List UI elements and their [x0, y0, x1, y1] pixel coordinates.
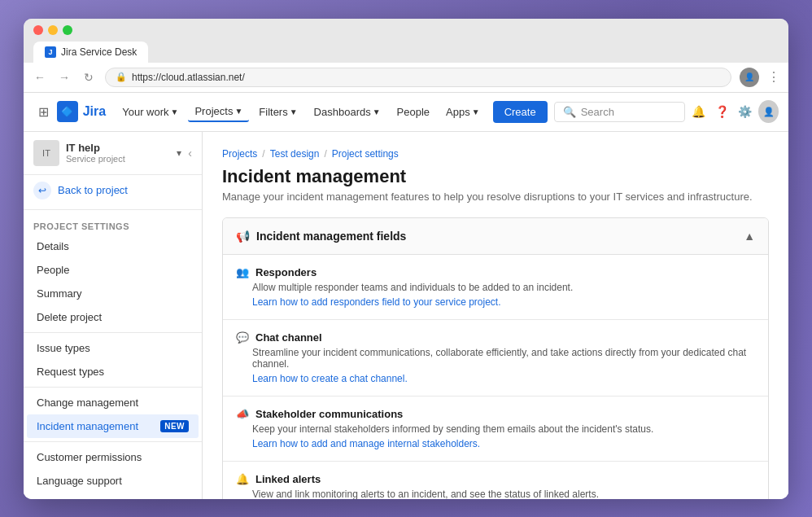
breadcrumb-test-design-link[interactable]: Test design	[270, 148, 320, 160]
address-field[interactable]: 🔒 https://cloud.atlassian.net/	[105, 68, 731, 87]
lock-icon: 🔒	[116, 72, 127, 82]
address-bar-row: ← → ↻ 🔒 https://cloud.atlassian.net/ 👤 ⋮	[24, 63, 788, 93]
stakeholder-link[interactable]: Learn how to add and manage internal sta…	[236, 438, 755, 449]
minimize-button[interactable]	[48, 25, 58, 35]
project-info: IT help Service project	[66, 142, 170, 164]
top-nav: ⊞ 🔷 Jira Your work ▼ Projects ▼ Filters …	[24, 93, 788, 132]
sidebar-item-request-types[interactable]: Request types	[27, 360, 199, 383]
maximize-button[interactable]	[63, 25, 72, 35]
sidebar-item-issue-types[interactable]: Issue types	[27, 336, 199, 360]
back-icon: ↩	[33, 182, 51, 199]
sidebar-divider	[24, 209, 202, 210]
chat-channel-header: 💬 Chat channel	[236, 331, 755, 344]
chat-icon: 💬	[236, 331, 249, 344]
user-avatar[interactable]: 👤	[740, 68, 759, 87]
page-title: Incident management	[222, 166, 769, 187]
project-name: IT help	[66, 142, 170, 154]
card-header-title: Incident management fields	[256, 230, 406, 243]
stakeholder-title: Stakeholder communications	[255, 408, 403, 420]
linked-alerts-desc: View and link monitoring alerts to an in…	[236, 489, 755, 499]
forward-button[interactable]: →	[56, 69, 72, 85]
responders-header: 👥 Responders	[236, 266, 755, 278]
sidebar-item-summary[interactable]: Summary	[27, 282, 199, 305]
collapse-sidebar-button[interactable]: ‹	[188, 147, 192, 160]
responders-title: Responders	[255, 266, 317, 278]
jira-icon: 🔷	[57, 101, 78, 122]
browser-tab[interactable]: J Jira Service Desk	[33, 42, 148, 63]
window-controls	[33, 25, 779, 35]
search-box[interactable]: 🔍 Search	[554, 102, 685, 122]
responders-section: 👥 Responders Allow multiple responder te…	[223, 255, 768, 320]
breadcrumb-project-settings-link[interactable]: Project settings	[332, 148, 399, 160]
grid-icon[interactable]: ⊞	[33, 100, 54, 123]
chat-channel-title: Chat channel	[255, 331, 322, 344]
more-options-button[interactable]: ⋮	[767, 69, 780, 85]
sidebar-item-change-management[interactable]: Change management	[27, 391, 199, 414]
stakeholder-desc: Keep your internal stakeholders informed…	[236, 423, 755, 435]
help-button[interactable]: ❓	[712, 100, 732, 123]
linked-alerts-section: 🔔 Linked alerts View and link monitoring…	[223, 462, 768, 499]
app-content: ⊞ 🔷 Jira Your work ▼ Projects ▼ Filters …	[24, 93, 788, 499]
content-area: Projects / Test design / Project setting…	[203, 132, 788, 499]
nav-people[interactable]: People	[391, 103, 436, 121]
responders-link[interactable]: Learn how to add responders field to you…	[236, 296, 755, 308]
sidebar-item-language-support[interactable]: Language support	[27, 469, 199, 493]
search-placeholder: Search	[581, 106, 614, 118]
nav-apps[interactable]: Apps ▼	[439, 103, 487, 121]
create-button[interactable]: Create	[493, 101, 548, 123]
chat-channel-link[interactable]: Learn how to create a chat channel.	[236, 373, 755, 384]
breadcrumb-sep-2: /	[324, 148, 326, 160]
back-label: Back to project	[58, 184, 128, 196]
sidebar-divider-4	[24, 441, 202, 442]
close-button[interactable]	[33, 25, 43, 35]
stakeholder-header: 📣 Stakeholder communications	[236, 408, 755, 420]
sidebar-item-people[interactable]: People	[27, 258, 199, 282]
sidebar-item-details[interactable]: Details	[27, 234, 199, 258]
chevron-down-icon: ▼	[373, 107, 381, 116]
settings-button[interactable]: ⚙️	[736, 100, 756, 123]
nav-your-work[interactable]: Your work ▼	[116, 103, 185, 121]
user-profile-button[interactable]: 👤	[758, 100, 779, 123]
chat-channel-desc: Streamline your incident communications,…	[236, 347, 755, 370]
reload-button[interactable]: ↻	[81, 69, 97, 85]
tab-label: Jira Service Desk	[61, 46, 137, 58]
back-button[interactable]: ←	[32, 69, 48, 85]
back-to-project-link[interactable]: ↩ Back to project	[24, 175, 202, 206]
url-text: https://cloud.atlassian.net/	[132, 72, 245, 83]
breadcrumb-projects-link[interactable]: Projects	[222, 148, 257, 160]
page-subtitle: Manage your incident management features…	[222, 191, 769, 203]
nav-projects[interactable]: Projects ▼	[188, 102, 249, 122]
chevron-up-icon[interactable]: ▲	[744, 230, 755, 243]
sidebar-item-customer-permissions[interactable]: Customer permissions	[27, 445, 199, 469]
browser-window: J Jira Service Desk ← → ↻ 🔒 https://clou…	[24, 19, 788, 499]
bell-icon: 🔔	[236, 473, 249, 485]
tab-favicon: J	[45, 46, 56, 58]
sidebar-divider-2	[24, 332, 202, 333]
chevron-down-icon: ▼	[171, 107, 179, 116]
chevron-down-icon: ▼	[472, 107, 480, 116]
responders-desc: Allow multiple responder teams and indiv…	[236, 282, 755, 293]
notifications-button[interactable]: 🔔	[688, 100, 709, 123]
sidebar-item-incident-management[interactable]: Incident management NEW	[27, 414, 199, 438]
sidebar-item-portal-settings[interactable]: Portal settings	[27, 493, 199, 499]
nav-dashboards[interactable]: Dashboards ▼	[308, 103, 387, 121]
group-icon: 👥	[236, 266, 249, 278]
stakeholder-section: 📣 Stakeholder communications Keep your i…	[223, 397, 768, 462]
card-header: 📢 Incident management fields ▲	[223, 218, 768, 255]
sidebar-item-delete-project[interactable]: Delete project	[27, 305, 199, 329]
breadcrumb: Projects / Test design / Project setting…	[222, 148, 769, 160]
chevron-down-icon[interactable]: ▾	[177, 147, 181, 159]
nav-filters[interactable]: Filters ▼	[252, 103, 303, 121]
project-type: Service project	[66, 154, 170, 164]
broadcast-icon: 📣	[236, 408, 249, 420]
jira-logo[interactable]: 🔷 Jira	[57, 101, 106, 122]
incident-management-card: 📢 Incident management fields ▲ 👥 Respond…	[222, 217, 769, 499]
chevron-down-icon: ▼	[234, 107, 242, 116]
project-settings-section-label: Project settings	[24, 213, 202, 234]
linked-alerts-header: 🔔 Linked alerts	[236, 473, 755, 485]
project-avatar: IT	[33, 140, 59, 166]
card-header-left: 📢 Incident management fields	[236, 230, 406, 243]
breadcrumb-sep-1: /	[262, 148, 264, 160]
incident-management-row: Incident management NEW	[37, 420, 189, 432]
browser-chrome: J Jira Service Desk	[24, 19, 788, 63]
